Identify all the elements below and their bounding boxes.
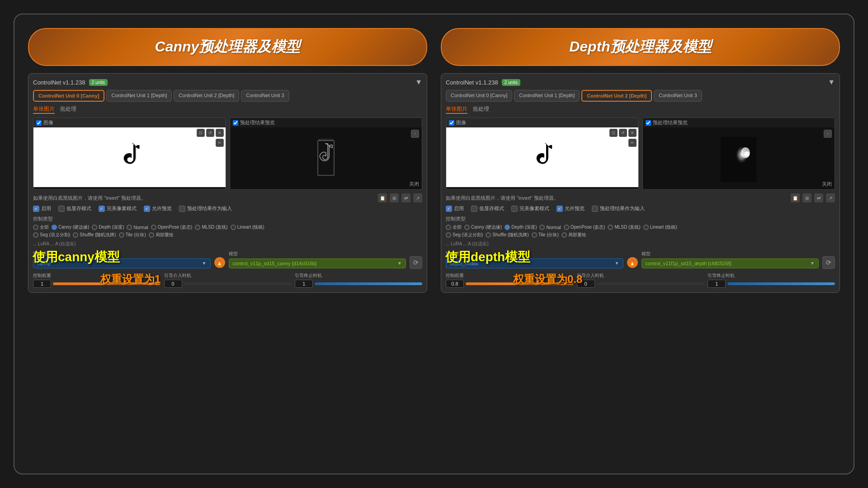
right-radio-openpose-dot bbox=[564, 225, 569, 230]
right-hint-icon-4[interactable]: ↗ bbox=[826, 193, 835, 202]
right-sub-tab-single[interactable]: 单张图片 bbox=[446, 105, 467, 114]
right-asinput-checkbox[interactable] bbox=[592, 206, 598, 212]
left-radio-mlsd[interactable]: MLSD (直线) bbox=[195, 224, 227, 230]
right-tab-unit2[interactable]: ControlNet Unit 2 [Depth] bbox=[581, 90, 652, 102]
right-close-btn[interactable]: 关闭 bbox=[822, 181, 832, 188]
right-preview-upload-icon[interactable]: ↑ bbox=[824, 130, 832, 138]
right-menu-icon[interactable]: ▼ bbox=[828, 78, 835, 86]
right-image-label: 图像 bbox=[446, 118, 638, 127]
left-preview-upload[interactable]: ↑ bbox=[411, 130, 419, 138]
right-img-pen[interactable]: ✏ bbox=[628, 139, 637, 147]
right-preview-checkbox[interactable] bbox=[646, 120, 651, 126]
left-radio-depth[interactable]: Depth (深度) bbox=[92, 224, 124, 230]
right-model-select[interactable]: control_v11f1p_sd15_depth [cfd03158] ▼ bbox=[642, 258, 819, 268]
left-sub-tab-batch[interactable]: 批处理 bbox=[60, 105, 76, 114]
right-tab-unit0[interactable]: ControlNet Unit 0 [Canny] bbox=[446, 90, 512, 102]
right-radio-mlsd[interactable]: MLSD (直线) bbox=[608, 224, 640, 230]
right-radio-openpose[interactable]: OpenPose (姿态) bbox=[564, 224, 605, 230]
right-model-refresh[interactable]: ⟳ bbox=[822, 256, 835, 269]
left-tab-unit2[interactable]: ControlNet Unit 2 [Depth] bbox=[174, 90, 239, 102]
left-img-pen[interactable]: ✏ bbox=[216, 139, 224, 147]
right-enable-checkbox[interactable] bbox=[446, 206, 452, 212]
left-hint-icon-2[interactable]: ⊞ bbox=[390, 193, 399, 202]
left-radio-all[interactable]: 全部 bbox=[33, 224, 49, 230]
left-preview-upload-icon[interactable]: ↑ bbox=[411, 130, 419, 138]
right-radio-tile-dot bbox=[532, 232, 537, 238]
right-image-checkbox[interactable] bbox=[449, 120, 454, 126]
right-radio-shuffle[interactable]: Shuffle (随机洗牌) bbox=[486, 232, 528, 238]
right-control-weight-value[interactable]: 0.8 bbox=[446, 280, 464, 288]
left-fire-btn[interactable]: 🔥 bbox=[214, 257, 225, 268]
left-hint-icon-4[interactable]: ↗ bbox=[413, 193, 422, 202]
left-radio-canny[interactable]: Canny (硬边缘) bbox=[52, 224, 89, 230]
left-preview-label: 允许预览 bbox=[152, 205, 172, 212]
left-guidance-end-value[interactable]: 1 bbox=[295, 280, 313, 288]
right-depth-preview-svg bbox=[721, 137, 757, 182]
right-radio-canny[interactable]: Canny (硬边缘) bbox=[464, 224, 502, 230]
right-radio-depth[interactable]: Depth (深度) bbox=[505, 224, 537, 230]
right-img-close[interactable]: ✕ bbox=[628, 129, 637, 137]
left-sub-tab-single[interactable]: 单张图片 bbox=[33, 105, 55, 114]
left-hint-text: 如果使用白底黑线图片，请使用 "invert" 预处理器。 bbox=[33, 195, 146, 202]
right-img-zoom[interactable]: ⊡ bbox=[609, 129, 618, 137]
left-hint-icons: 📋 ⊞ ⇄ ↗ bbox=[378, 193, 422, 202]
left-model-select[interactable]: control_v11p_sd15_canny [d14c016b] ▼ bbox=[229, 258, 406, 268]
right-lowvram-checkbox[interactable] bbox=[471, 206, 477, 212]
left-tab-unit3[interactable]: ControlNet Unit 3 bbox=[241, 90, 289, 102]
left-preview-checkbox-ctrl[interactable] bbox=[144, 206, 150, 212]
left-radio-seg[interactable]: Seg (语义分割) bbox=[33, 232, 70, 238]
right-preview-upload[interactable]: ↑ bbox=[824, 130, 832, 138]
left-guidance-start-value[interactable]: 0 bbox=[164, 280, 182, 288]
right-guidance-start-track[interactable] bbox=[597, 282, 704, 285]
left-control-weight-value[interactable]: 1 bbox=[33, 280, 51, 288]
right-tab-unit1[interactable]: ControlNet Unit 1 [Depth] bbox=[514, 90, 580, 102]
left-img-zoom[interactable]: ⊡ bbox=[197, 129, 205, 137]
right-radio-tile[interactable]: Tile (分块) bbox=[532, 232, 559, 238]
left-menu-icon[interactable]: ▼ bbox=[415, 78, 422, 86]
right-sub-tab-batch[interactable]: 批处理 bbox=[473, 105, 489, 114]
right-guidance-end-value[interactable]: 1 bbox=[708, 280, 726, 288]
left-cn-version: ControlNet v1.1.238 bbox=[33, 79, 85, 86]
right-fire-btn[interactable]: 🔥 bbox=[627, 257, 638, 268]
left-radio-lineart[interactable]: Lineart (线稿) bbox=[231, 224, 264, 230]
right-radio-inpaint[interactable]: 局部重绘 bbox=[561, 232, 586, 238]
right-img-rotate[interactable]: ↺ bbox=[619, 129, 627, 137]
left-perfect-checkbox[interactable] bbox=[99, 206, 105, 212]
left-radio-shuffle[interactable]: Shuffle (随机洗牌) bbox=[73, 232, 116, 238]
right-radio-seg[interactable]: Seg (语义分割) bbox=[446, 232, 483, 238]
right-guidance-end-track[interactable] bbox=[727, 282, 835, 285]
left-lowvram-checkbox[interactable] bbox=[58, 206, 65, 212]
left-tab-unit1[interactable]: ControlNet Unit 1 [Depth] bbox=[106, 90, 172, 102]
left-tiktok-svg bbox=[113, 137, 145, 178]
left-hint-icon-1[interactable]: 📋 bbox=[378, 193, 387, 202]
left-guidance-start-track[interactable] bbox=[184, 282, 292, 285]
left-tab-unit0[interactable]: ControlNet Unit 0 [Canny] bbox=[33, 90, 104, 102]
left-radio-normal[interactable]: Normal bbox=[127, 224, 148, 230]
left-img-rotate[interactable]: ↺ bbox=[206, 129, 214, 137]
left-radio-openpose[interactable]: OpenPose (姿态) bbox=[151, 224, 193, 230]
right-perfect-checkbox[interactable] bbox=[511, 206, 518, 212]
left-close-btn[interactable]: 关闭 bbox=[409, 181, 419, 188]
left-model-group: 模型 control_v11p_sd15_canny [d14c016b] ▼ bbox=[229, 251, 406, 268]
left-model-refresh[interactable]: ⟳ bbox=[410, 256, 422, 269]
right-radio-normal[interactable]: Normal bbox=[539, 224, 561, 230]
right-hint-icon-1[interactable]: 📋 bbox=[791, 193, 800, 202]
right-radio-all[interactable]: 全部 bbox=[446, 224, 462, 230]
left-img-close[interactable]: ✕ bbox=[216, 129, 224, 137]
right-hint-icon-3[interactable]: ⇄ bbox=[814, 193, 823, 202]
left-guidance-end-track[interactable] bbox=[315, 282, 422, 285]
right-hint-icon-2[interactable]: ⊞ bbox=[802, 193, 811, 202]
left-asinput-checkbox[interactable] bbox=[179, 206, 185, 212]
left-radio-inpaint[interactable]: 局部重绘 bbox=[149, 232, 174, 238]
right-preview-text: 预处理结果预览 bbox=[653, 119, 688, 126]
left-enable-checkbox[interactable] bbox=[33, 206, 39, 212]
right-preview-checkbox-ctrl[interactable] bbox=[557, 206, 563, 212]
right-lowvram-checkbox-item: 低显存模式 bbox=[471, 205, 504, 212]
left-image-checkbox[interactable] bbox=[36, 120, 42, 126]
right-radio-shuffle-dot bbox=[486, 232, 491, 238]
left-preview-checkbox[interactable] bbox=[233, 120, 238, 126]
right-radio-lineart[interactable]: Lineart (线稿) bbox=[643, 224, 677, 230]
left-radio-tile[interactable]: Tile (分块) bbox=[119, 232, 146, 238]
left-hint-icon-3[interactable]: ⇄ bbox=[401, 193, 410, 202]
right-tab-unit3[interactable]: ControlNet Unit 3 bbox=[654, 90, 702, 102]
